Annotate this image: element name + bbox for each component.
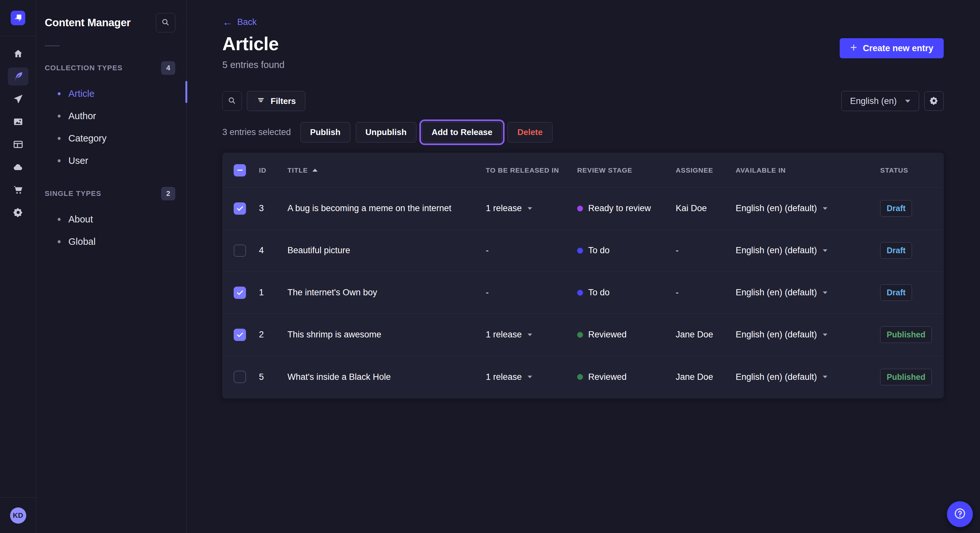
cell-review-stage: To do (577, 287, 676, 298)
bullet-icon (58, 137, 60, 140)
sidebar-item-category[interactable]: Category (36, 127, 186, 150)
cloud-icon[interactable] (8, 158, 29, 176)
cell-release-dropdown[interactable]: 1 release (486, 203, 577, 213)
sidebar-item-label: About (68, 214, 93, 225)
row-checkbox[interactable] (234, 287, 246, 299)
sidebar-item-global[interactable]: Global (36, 230, 186, 253)
cell-assignee: - (676, 246, 736, 255)
plus-icon: + (850, 42, 857, 54)
cell-title: What's inside a Black Hole (288, 372, 486, 382)
strapi-logo[interactable] (11, 11, 25, 25)
locale-chevron-icon[interactable] (823, 376, 827, 378)
search-icon (161, 17, 170, 28)
locale-chevron-icon[interactable] (823, 333, 827, 336)
main-content: ← Back Article 5 entries found + Create … (187, 0, 980, 533)
locale-chevron-icon[interactable] (823, 292, 827, 294)
layout-builder-icon[interactable] (8, 135, 29, 154)
bullet-icon (58, 92, 60, 95)
filters-button[interactable]: Filters (247, 91, 305, 111)
cell-title: A bug is becoming a meme on the internet (288, 203, 486, 213)
feather-content-icon[interactable] (8, 67, 29, 86)
cell-locale-dropdown[interactable]: English (en) (default) (736, 203, 880, 213)
status-badge: Draft (880, 200, 912, 217)
table-row[interactable]: 1 The internet's Own boy - To do - Engli… (223, 272, 943, 314)
rail-nav (8, 36, 29, 222)
view-settings-button[interactable] (924, 91, 944, 111)
cell-locale-dropdown[interactable]: English (en) (default) (736, 287, 880, 298)
stage-dot (577, 248, 583, 254)
column-header-id[interactable]: ID (259, 167, 288, 174)
sidebar-item-article[interactable]: Article (36, 82, 186, 105)
help-button[interactable] (947, 501, 973, 527)
subnav-divider (45, 45, 60, 46)
unpublish-button[interactable]: Unpublish (356, 122, 417, 143)
single-types-section: SINGLE TYPES 2 About Global (36, 187, 186, 253)
bullet-icon (58, 218, 60, 221)
back-arrow-icon: ← (222, 17, 233, 27)
cell-release-dropdown[interactable]: - (486, 246, 577, 255)
status-badge: Draft (880, 242, 912, 259)
locale-chevron-icon[interactable] (823, 249, 827, 252)
column-header-released: TO BE RELEASED IN (486, 167, 577, 174)
cell-id: 4 (259, 246, 288, 255)
filter-icon (256, 95, 266, 107)
cell-title: Beautiful picture (288, 246, 486, 255)
row-checkbox[interactable] (234, 202, 246, 215)
question-circle-icon (953, 507, 967, 522)
content-manager-subnav: Content Manager COLLECTION TYPES 4 Artic… (36, 0, 187, 533)
cell-locale-dropdown[interactable]: English (en) (default) (736, 246, 880, 255)
row-checkbox[interactable] (234, 371, 246, 383)
table-row[interactable]: 3 A bug is becoming a meme on the intern… (223, 187, 943, 230)
cell-review-stage: Ready to review (577, 203, 676, 213)
locale-value: English (en) (850, 96, 897, 106)
collection-types-section: COLLECTION TYPES 4 Article Author Catego… (36, 61, 186, 172)
subnav-title: Content Manager (45, 16, 130, 29)
table-row[interactable]: 5 What's inside a Black Hole 1 release R… (223, 356, 943, 398)
user-avatar[interactable]: KD (10, 508, 26, 523)
icon-rail: KD (0, 0, 36, 533)
release-chevron-icon[interactable] (528, 376, 532, 378)
release-chevron-icon[interactable] (528, 207, 532, 210)
cell-release-dropdown[interactable]: - (486, 287, 577, 298)
select-all-checkbox[interactable] (234, 164, 246, 176)
locale-dropdown[interactable]: English (en) (841, 91, 919, 111)
row-checkbox[interactable] (234, 244, 246, 257)
delete-button[interactable]: Delete (508, 122, 552, 143)
sidebar-item-about[interactable]: About (36, 208, 186, 230)
sidebar-item-label: Author (68, 111, 96, 121)
sidebar-item-label: Global (68, 236, 95, 247)
locale-chevron-icon[interactable] (823, 207, 827, 210)
cart-icon[interactable] (8, 181, 29, 199)
create-new-entry-button[interactable]: + Create new entry (840, 38, 944, 58)
cell-review-stage: Reviewed (577, 330, 676, 339)
search-button[interactable] (222, 91, 242, 111)
rail-bottom: KD (0, 497, 36, 533)
column-header-title[interactable]: TITLE (288, 167, 486, 174)
gear-icon[interactable] (8, 203, 29, 222)
add-to-release-button[interactable]: Add to Release (422, 122, 502, 143)
back-link[interactable]: ← Back (222, 17, 257, 27)
table-header-row: ID TITLE TO BE RELEASED IN REVIEW STAGE … (223, 153, 943, 187)
column-header-review-stage: REVIEW STAGE (577, 167, 676, 174)
row-checkbox[interactable] (234, 329, 246, 341)
sidebar-item-user[interactable]: User (36, 150, 186, 172)
sidebar-item-label: Article (68, 89, 95, 99)
chevron-down-icon (905, 100, 910, 103)
cell-release-dropdown[interactable]: 1 release (486, 372, 577, 382)
table-row[interactable]: 2 This shrimp is awesome 1 release Revie… (223, 314, 943, 356)
cell-locale-dropdown[interactable]: English (en) (default) (736, 330, 880, 339)
publish-button[interactable]: Publish (301, 122, 350, 143)
home-icon[interactable] (8, 45, 29, 63)
release-chevron-icon[interactable] (528, 333, 532, 336)
paper-plane-icon[interactable] (8, 90, 29, 108)
cell-release-dropdown[interactable]: 1 release (486, 330, 577, 339)
stage-dot (577, 332, 583, 338)
subnav-search-button[interactable] (156, 13, 175, 32)
cell-assignee: Jane Doe (676, 330, 736, 339)
cell-title: This shrimp is awesome (288, 330, 486, 339)
cell-locale-dropdown[interactable]: English (en) (default) (736, 372, 880, 382)
media-images-icon[interactable] (8, 113, 29, 131)
column-header-available-in: AVAILABLE IN (736, 167, 880, 174)
table-row[interactable]: 4 Beautiful picture - To do - English (e… (223, 230, 943, 272)
sidebar-item-author[interactable]: Author (36, 105, 186, 127)
